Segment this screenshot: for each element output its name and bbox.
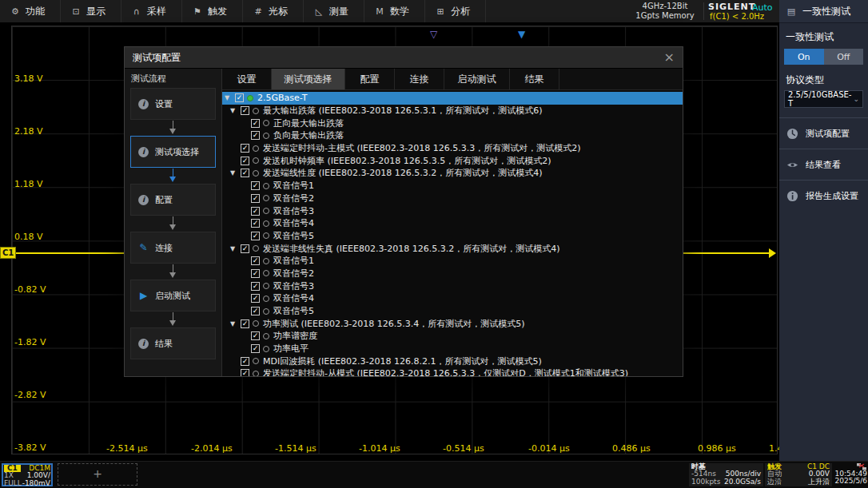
clock-block[interactable]: 10:54:49 2025/5/6 [834, 463, 867, 486]
menu-item-cursors[interactable]: # 光标 [243, 0, 304, 22]
tree-row[interactable]: ▼ ✓ 发送端线性度 (IEEE802.3-2018 126.5.3.2，所有测… [222, 167, 683, 180]
checkbox[interactable]: ✓ [241, 244, 249, 253]
tree-row[interactable]: ▼ ✓ 功率谱密度 [222, 330, 683, 343]
checkbox[interactable]: ✓ [251, 331, 260, 340]
tree-row[interactable]: ▼ ✓ 双音信号2 [222, 268, 683, 280]
tree-row[interactable]: ▼ ✓ 双音信号5 [222, 230, 683, 243]
tree-row[interactable]: ▼ ✓ 双音信号4 [222, 292, 683, 305]
tree-row[interactable]: ▼ ✓ 双音信号5 [222, 305, 683, 318]
dialog-tab[interactable]: 配置 [345, 69, 395, 89]
tree-row[interactable]: ▼ ✓ 正向最大输出跌落 [222, 117, 683, 129]
checkbox[interactable]: ✓ [241, 169, 249, 177]
checkbox[interactable]: ✓ [251, 181, 260, 190]
checkbox[interactable]: ✓ [251, 307, 260, 315]
tree-row[interactable]: ▼ ✓ 功率电平 [222, 343, 683, 355]
expander-icon[interactable]: ▼ [230, 320, 241, 327]
result-view-button[interactable]: 结果查看 [779, 149, 868, 180]
tree-row[interactable]: ▼ ✓ 双音信号4 [222, 217, 683, 230]
expander-icon[interactable]: ▼ [230, 169, 241, 177]
close-icon[interactable]: × [664, 51, 675, 64]
tree-row[interactable]: ▼ ✓ 发送机时钟频率 (IEEE802.3-2018 126.5.3.5，所有… [222, 154, 683, 167]
toggle-off-button[interactable]: Off [824, 49, 864, 65]
trigger-descriptor[interactable]: 触发 C1 DC 自动 0.00V 边沿 上升沿 [765, 463, 832, 486]
toggle-on-button[interactable]: On [784, 49, 824, 65]
checkbox[interactable]: ✓ [241, 369, 249, 376]
menu-item-trigger[interactable]: ⚑ 触发 [182, 0, 243, 22]
dialog-title-bar[interactable]: 测试项配置 × [125, 47, 683, 69]
checkbox[interactable]: ✓ [251, 194, 260, 203]
timebase-points: 100kpts [691, 478, 720, 486]
checkbox[interactable]: ✓ [241, 157, 249, 165]
dialog-tab[interactable]: 启动测试 [444, 69, 510, 89]
checkbox[interactable]: ✓ [251, 294, 260, 303]
channel1-level-badge[interactable]: C1 [0, 247, 16, 259]
trigger-position-marker-icon[interactable]: ▼ [518, 30, 525, 39]
menu-item-function[interactable]: ⚙ 功能 [0, 0, 61, 22]
tree-row[interactable]: ▼ ✓ 双音信号3 [222, 280, 683, 292]
dialog-tab[interactable]: 连接 [395, 69, 444, 89]
flow-step-connect[interactable]: ✎ 连接 [130, 232, 216, 264]
tree-row[interactable]: ▼ ✓ 功率测试 (IEEE802.3-2018 126.5.3.4，所有测试对… [222, 317, 683, 330]
time-label: -0.014 µs [528, 443, 570, 454]
checkbox[interactable]: ✓ [241, 106, 249, 115]
checkbox[interactable]: ✓ [251, 119, 260, 128]
checkbox[interactable]: ✓ [251, 282, 260, 291]
dialog-tab[interactable]: 测试项选择 [272, 69, 345, 89]
flow-step-start-test[interactable]: ▶ 启动测试 [130, 280, 216, 311]
tree-row[interactable]: ▼ ✓ MDI回波损耗 (IEEE802.3-2018 126.8.2.1，所有… [222, 355, 683, 367]
status-dot [263, 195, 269, 201]
checkbox[interactable]: ✓ [241, 319, 249, 328]
checkbox[interactable]: ✓ [251, 207, 260, 216]
dialog-tab[interactable]: 结果 [510, 69, 559, 89]
menu-item-display[interactable]: ⊡ 显示 [61, 0, 121, 22]
panel-list-icon: ▤ [786, 6, 796, 17]
tree-row[interactable]: ▼ ✓ 双音信号1 [222, 180, 683, 192]
checkbox[interactable]: ✓ [251, 131, 260, 140]
sidebar-button-label: 测试项配置 [806, 128, 850, 140]
tree-row[interactable]: ▼ ✓ 双音信号3 [222, 204, 683, 217]
report-settings-button[interactable]: 报告生成设置 [779, 180, 868, 211]
checkbox[interactable]: ✓ [241, 357, 249, 366]
tree-row[interactable]: ▼ ✓ 发送端非线性失真 (IEEE802.3-2018 126.5.3.2，所… [222, 242, 683, 255]
menu-label: 触发 [208, 5, 227, 18]
trigger-delay-marker-icon[interactable]: ▽ [430, 30, 437, 39]
channel1-descriptor[interactable]: C1 DC1M 1X 1.00V/ FULL -180mV [2, 463, 53, 486]
tree-row[interactable]: ▼ ✓ 最大输出跌落 (IEEE802.3-2018 126.5.3.1，所有测… [222, 105, 683, 117]
menu-item-math[interactable]: M 数学 [364, 0, 425, 22]
tree-row[interactable]: ▼ ✓ 发送端定时抖动-从模式 (IEEE802.3-2018 126.5.3.… [222, 367, 683, 376]
tree-row[interactable]: ▼ ✓ 双音信号2 [222, 192, 683, 205]
info-icon: i [138, 195, 149, 205]
tree-row[interactable]: ▼ ✓ 2.5GBase-T [222, 92, 683, 105]
protocol-type-select[interactable]: 2.5/5/10GBASE-T ⌄ [784, 90, 863, 108]
timebase-descriptor[interactable]: 时基 -514ns 500ns/div 100kpts 20.0GSa/s [689, 463, 763, 486]
checkbox[interactable]: ✓ [251, 219, 260, 228]
expander-icon[interactable]: ▼ [230, 245, 241, 252]
checkbox[interactable]: ✓ [251, 232, 260, 240]
tree-row[interactable]: ▼ ✓ 发送端定时抖动-主模式 (IEEE802.3-2018 126.5.3.… [222, 142, 683, 155]
flow-step-settings[interactable]: i 设置 [130, 88, 216, 120]
tree-row[interactable]: ▼ ✓ 双音信号1 [222, 255, 683, 268]
tree-row-label: 最大输出跌落 (IEEE802.3-2018 126.5.3.1，所有测试对，测… [263, 105, 543, 117]
menu-item-measure[interactable]: ◺ 测量 [304, 0, 364, 22]
checkbox[interactable]: ✓ [251, 256, 260, 265]
checkbox[interactable]: ✓ [241, 144, 249, 153]
voltage-label: 3.18 V [14, 73, 43, 84]
menu-item-acquire[interactable]: ∩ 采样 [121, 0, 182, 22]
checkbox[interactable]: ✓ [235, 93, 244, 102]
flow-step-results[interactable]: i 结果 [130, 327, 216, 359]
flow-step-test-item-select[interactable]: i 测试项选择 [130, 136, 216, 168]
checkbox[interactable]: ✓ [251, 344, 260, 353]
menu-label: 显示 [86, 5, 106, 18]
add-channel-button[interactable]: + [58, 463, 137, 486]
status-dot [253, 170, 259, 177]
tree-row[interactable]: ▼ ✓ 负向最大输出跌落 [222, 129, 683, 142]
menu-item-analysis[interactable]: ⊞ 分析 [425, 0, 486, 22]
expander-icon[interactable]: ▼ [225, 94, 235, 101]
dialog-tab[interactable]: 设置 [222, 69, 272, 89]
checkbox[interactable]: ✓ [251, 269, 260, 278]
sidebar-header[interactable]: ▤ 一致性测试 [779, 0, 868, 23]
test-item-config-button[interactable]: 测试项配置 [779, 117, 868, 149]
flow-step-configure[interactable]: i 配置 [130, 184, 216, 216]
test-item-config-dialog: 测试项配置 × 测试流程 i 设置 i 测试项选择 i 配置 ✎ 连接 [124, 46, 683, 377]
expander-icon[interactable]: ▼ [230, 107, 241, 114]
